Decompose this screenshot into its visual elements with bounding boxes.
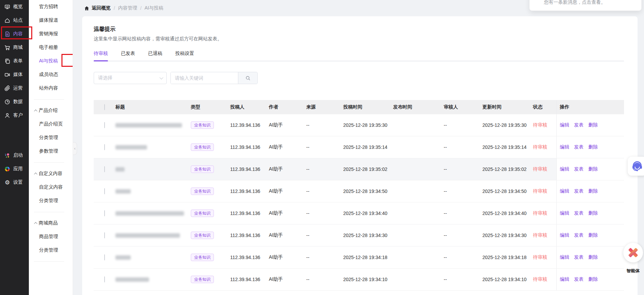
row-checkbox[interactable]	[104, 188, 105, 194]
subnav-item-category-mgmt-1[interactable]: 分类管理	[29, 131, 73, 144]
sidebar-item-apps[interactable]: 应用	[0, 162, 29, 176]
sidebar-item-site[interactable]: 站点	[0, 14, 29, 27]
blurred-title[interactable]	[115, 255, 131, 260]
subnav-item-official-recruit[interactable]: 官方招聘	[29, 0, 73, 14]
edit-link[interactable]: 编辑	[560, 188, 569, 194]
edit-link[interactable]: 编辑	[560, 232, 569, 238]
subnav-item-parameter-mgmt[interactable]: 参数管理	[29, 144, 73, 158]
tab-published[interactable]: 已发表	[121, 47, 135, 61]
row-checkbox[interactable]	[104, 276, 105, 282]
row-checkbox[interactable]	[104, 122, 105, 128]
blurred-title[interactable]	[115, 233, 180, 238]
subnav-item-member-activity[interactable]: 成员动态	[29, 68, 73, 81]
row-checkbox[interactable]	[104, 144, 105, 150]
sidebar-item-content[interactable]: 内容	[0, 27, 29, 41]
subnav-group-product-intro[interactable]: 产品介绍	[29, 104, 73, 117]
customer-icon	[4, 113, 10, 118]
blurred-title[interactable]	[115, 189, 131, 194]
edit-link[interactable]: 编辑	[560, 122, 569, 128]
delete-link[interactable]: 删除	[588, 276, 598, 282]
breadcrumb-ai-submissions[interactable]: AI与投稿	[145, 5, 163, 11]
notification-toast[interactable]: 您有一条新消息，点击查看。	[529, 0, 642, 11]
edit-link[interactable]: 编辑	[560, 276, 569, 282]
publish-link[interactable]: 发表	[574, 210, 584, 216]
submit-time-cell: 2025-12-28 19:35:14	[343, 144, 393, 150]
sidebar-item-launch[interactable]: 启动	[0, 149, 29, 162]
blurred-title[interactable]	[115, 211, 184, 216]
customer-service-widget[interactable]	[628, 157, 644, 176]
subnav-item-custom-content[interactable]: 自定义内容	[29, 180, 73, 194]
publish-link[interactable]: 发表	[574, 232, 584, 238]
type-tag: 业务知识	[191, 210, 214, 217]
author-cell: AI助手	[269, 144, 306, 150]
row-checkbox[interactable]	[104, 232, 105, 238]
blurred-title[interactable]	[115, 145, 147, 150]
settings-icon: ⚙	[4, 180, 10, 185]
edit-link[interactable]: 编辑	[560, 144, 569, 150]
status-badge: 待审核	[533, 254, 556, 260]
breadcrumb-root[interactable]: 返回概览	[84, 5, 111, 11]
submitter-cell: 112.39.94.136	[230, 211, 269, 216]
sidebar-item-mall[interactable]: 商城	[0, 41, 29, 54]
sidebar-item-customers[interactable]: 客户	[0, 109, 29, 122]
edit-link[interactable]: 编辑	[560, 166, 569, 172]
blurred-title[interactable]	[115, 123, 182, 127]
delete-link[interactable]: 删除	[588, 144, 598, 150]
subnav-item-goods-mgmt[interactable]: 商品管理	[29, 230, 73, 243]
tab-submission-settings[interactable]: 投稿设置	[175, 47, 194, 61]
tab-rejected[interactable]: 已退稿	[148, 47, 162, 61]
blurred-title[interactable]	[115, 167, 125, 172]
select-all-checkbox[interactable]	[104, 104, 105, 110]
col-header-update-time: 更新时间	[482, 104, 533, 110]
row-checkbox[interactable]	[104, 210, 105, 216]
search-input[interactable]	[171, 72, 238, 84]
submit-time-cell: 2025-12-28 19:34:50	[343, 189, 393, 194]
sidebar-item-data[interactable]: 数据	[0, 95, 29, 109]
publish-link[interactable]: 发表	[574, 276, 584, 282]
blurred-title[interactable]	[115, 277, 149, 282]
subnav-item-product-intro-page[interactable]: 产品介绍页	[29, 117, 73, 131]
filter-bar: 请选择	[94, 72, 624, 84]
subnav-item-marketing-posters[interactable]: 营销海报	[29, 27, 73, 41]
row-checkbox[interactable]	[104, 254, 105, 260]
delete-link[interactable]: 删除	[588, 122, 598, 128]
delete-link[interactable]: 删除	[588, 166, 598, 172]
subnav-item-external-content[interactable]: 站外内容	[29, 81, 73, 95]
publish-link[interactable]: 发表	[574, 188, 584, 194]
tab-pending-review[interactable]: 待审核	[94, 47, 108, 61]
delete-link[interactable]: 删除	[588, 188, 598, 194]
edit-link[interactable]: 编辑	[560, 254, 569, 260]
agent-widget[interactable]	[623, 243, 643, 262]
publish-link[interactable]: 发表	[574, 122, 584, 128]
mall-icon	[4, 45, 10, 51]
divider	[34, 162, 64, 163]
publish-link[interactable]: 发表	[574, 166, 584, 172]
sidebar-item-settings[interactable]: ⚙ 设置	[0, 176, 29, 189]
sidebar-item-overview[interactable]: 概览	[0, 0, 29, 14]
update-time-cell: 2025-12-28 19:35:02	[482, 166, 533, 172]
sidebar-item-media[interactable]: 媒体	[0, 68, 29, 81]
subnav-item-media-reports[interactable]: 媒体报道	[29, 14, 73, 27]
table-row: 业务知识 112.39.94.136 AI助手 -- 2025-12-28 19…	[94, 247, 624, 269]
subnav-item-category-mgmt-3[interactable]: 分类管理	[29, 243, 73, 257]
col-header-submit-time: 投稿时间	[343, 104, 393, 110]
publish-link[interactable]: 发表	[574, 254, 584, 260]
delete-link[interactable]: 删除	[588, 210, 598, 216]
subnav-item-ai-submissions[interactable]: AI与投稿	[29, 54, 73, 68]
submissions-table: 标题 类型 投稿人 作者 来源 投稿时间 发布时间 审核人 更新时间 状态 操作…	[94, 100, 624, 291]
sidebar-collapse-handle[interactable]: ‹	[73, 142, 77, 155]
row-checkbox[interactable]	[104, 166, 105, 172]
subnav-group-mall-goods[interactable]: 商城商品	[29, 216, 73, 230]
search-button[interactable]	[238, 72, 257, 84]
sidebar-item-forms[interactable]: 表单	[0, 54, 29, 68]
subnav-item-category-mgmt-2[interactable]: 分类管理	[29, 194, 73, 208]
subnav-group-custom-content[interactable]: 自定义内容	[29, 167, 73, 180]
type-select[interactable]: 请选择	[94, 72, 167, 84]
delete-link[interactable]: 删除	[588, 232, 598, 238]
breadcrumb-content-mgmt[interactable]: 内容管理	[118, 5, 137, 11]
publish-link[interactable]: 发表	[574, 144, 584, 150]
subnav-item-e-album[interactable]: 电子相册	[29, 41, 73, 54]
delete-link[interactable]: 删除	[588, 254, 598, 260]
edit-link[interactable]: 编辑	[560, 210, 569, 216]
sidebar-item-operations[interactable]: 运营	[0, 81, 29, 95]
